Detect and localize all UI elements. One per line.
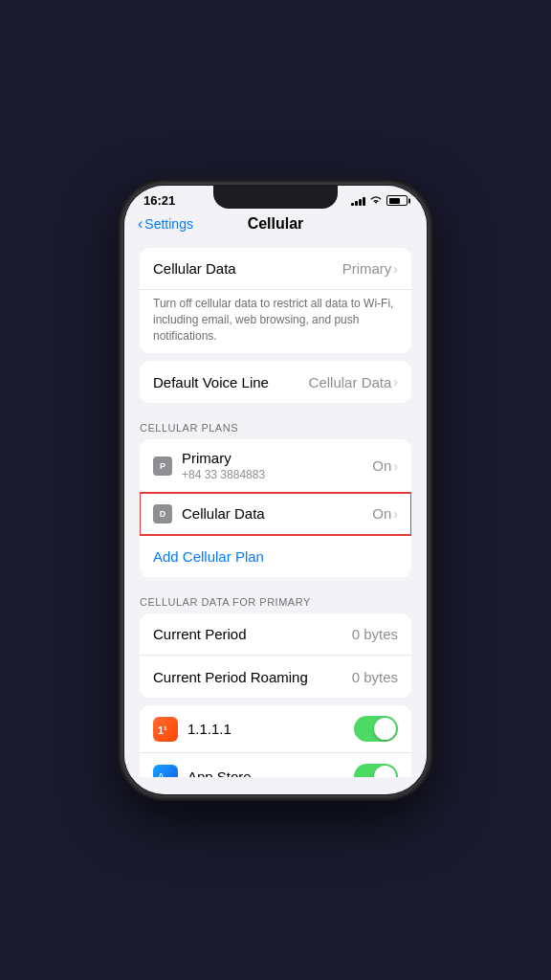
- back-button[interactable]: ‹ Settings: [138, 215, 193, 233]
- primary-plan-label: Primary: [182, 450, 265, 466]
- app-appstore-label: App Store: [187, 768, 252, 777]
- add-cellular-plan-row[interactable]: Add Cellular Plan: [140, 535, 411, 577]
- app-row-1111[interactable]: 1¹ 1.1.1.1: [140, 705, 411, 753]
- roaming-row[interactable]: Current Period Roaming 0 bytes: [140, 656, 411, 698]
- app-toggles-card: 1¹ 1.1.1.1 A App Store: [140, 705, 411, 777]
- app-appstore-toggle[interactable]: [354, 764, 398, 777]
- default-voice-label: Default Voice Line: [153, 374, 269, 390]
- plan-cellular-data-row[interactable]: D Cellular Data On ›: [140, 493, 411, 535]
- wifi-icon: [369, 195, 383, 207]
- phone-frame: 16:21: [122, 184, 429, 796]
- data-for-primary-label: CELLULAR DATA FOR PRIMARY: [124, 585, 427, 613]
- status-icons: [351, 195, 408, 207]
- back-arrow-icon: ‹: [138, 215, 143, 233]
- app-row-appstore[interactable]: A App Store: [140, 753, 411, 777]
- cellular-data-label: Cellular Data: [153, 260, 236, 277]
- back-label: Settings: [144, 216, 193, 232]
- svg-text:A: A: [157, 770, 165, 777]
- primary-plan-value: On ›: [372, 457, 398, 474]
- data-stats-card: Current Period 0 bytes Current Period Ro…: [140, 613, 411, 698]
- current-period-value: 0 bytes: [352, 626, 398, 642]
- battery-fill: [389, 198, 401, 204]
- cellular-data-card: Cellular Data Primary › Turn off cellula…: [140, 248, 411, 353]
- nav-bar: ‹ Settings Cellular: [124, 212, 427, 240]
- default-voice-value-text: Cellular Data: [309, 374, 392, 390]
- status-time: 16:21: [143, 193, 175, 208]
- content-scroll[interactable]: Cellular Data Primary › Turn off cellula…: [124, 240, 427, 777]
- battery-icon: [386, 195, 408, 206]
- plan-cellular-data-icon: D: [153, 504, 172, 523]
- chevron-icon: ›: [393, 261, 398, 277]
- chevron-icon-3: ›: [393, 458, 398, 474]
- notch: [213, 186, 338, 209]
- primary-plan-row[interactable]: P Primary +84 33 3884883 On ›: [140, 439, 411, 493]
- cellular-data-description: Turn off cellular data to restrict all d…: [140, 290, 411, 353]
- signal-bar-4: [363, 197, 365, 206]
- plan-cellular-data-value-text: On: [372, 505, 391, 522]
- current-period-row[interactable]: Current Period 0 bytes: [140, 613, 411, 656]
- chevron-icon-2: ›: [393, 374, 398, 390]
- default-voice-card: Default Voice Line Cellular Data ›: [140, 361, 411, 403]
- current-period-label: Current Period: [153, 626, 247, 642]
- primary-plan-icon: P: [153, 457, 172, 476]
- app-1111-icon: 1¹: [153, 717, 178, 742]
- plan-cellular-data-left: D Cellular Data: [153, 504, 372, 523]
- roaming-value: 0 bytes: [352, 669, 398, 685]
- app-1111-left: 1¹ 1.1.1.1: [153, 717, 354, 742]
- primary-plan-phone: +84 33 3884883: [182, 468, 265, 481]
- primary-plan-left: P Primary +84 33 3884883: [153, 450, 372, 481]
- app-appstore-icon: A: [153, 765, 178, 777]
- signal-bar-1: [351, 203, 354, 206]
- primary-plan-value-text: On: [372, 457, 391, 474]
- roaming-label: Current Period Roaming: [153, 669, 308, 685]
- app-appstore-left: A App Store: [153, 765, 354, 777]
- chevron-icon-4: ›: [393, 506, 398, 522]
- plans-section-label: CELLULAR PLANS: [124, 411, 427, 439]
- cellular-data-left: Cellular Data: [153, 260, 342, 277]
- phone-inner: 16:21: [124, 186, 427, 794]
- app-1111-toggle[interactable]: [354, 716, 398, 742]
- primary-plan-info: Primary +84 33 3884883: [182, 450, 265, 481]
- cellular-data-value: Primary ›: [342, 260, 398, 277]
- default-voice-left: Default Voice Line: [153, 374, 309, 390]
- page-title: Cellular: [248, 215, 304, 233]
- data-for-primary-section: CELLULAR DATA FOR PRIMARY Current Period…: [124, 585, 427, 777]
- default-voice-value: Cellular Data ›: [309, 374, 398, 390]
- default-voice-row[interactable]: Default Voice Line Cellular Data ›: [140, 361, 411, 403]
- plan-cellular-data-label: Cellular Data: [182, 505, 265, 522]
- plans-card: P Primary +84 33 3884883 On ›: [140, 439, 411, 577]
- plan-cellular-data-value: On ›: [372, 505, 398, 522]
- cellular-data-row[interactable]: Cellular Data Primary ›: [140, 248, 411, 290]
- signal-bar-3: [359, 199, 362, 206]
- cellular-plans-section: CELLULAR PLANS P Primary +84 33 3884883: [124, 411, 427, 577]
- app-1111-label: 1.1.1.1: [187, 721, 231, 737]
- add-cellular-plan-link[interactable]: Add Cellular Plan: [153, 548, 264, 565]
- cellular-data-value-text: Primary: [342, 260, 392, 277]
- signal-bars-icon: [351, 196, 365, 206]
- svg-text:1¹: 1¹: [158, 724, 167, 736]
- signal-bar-2: [355, 201, 358, 206]
